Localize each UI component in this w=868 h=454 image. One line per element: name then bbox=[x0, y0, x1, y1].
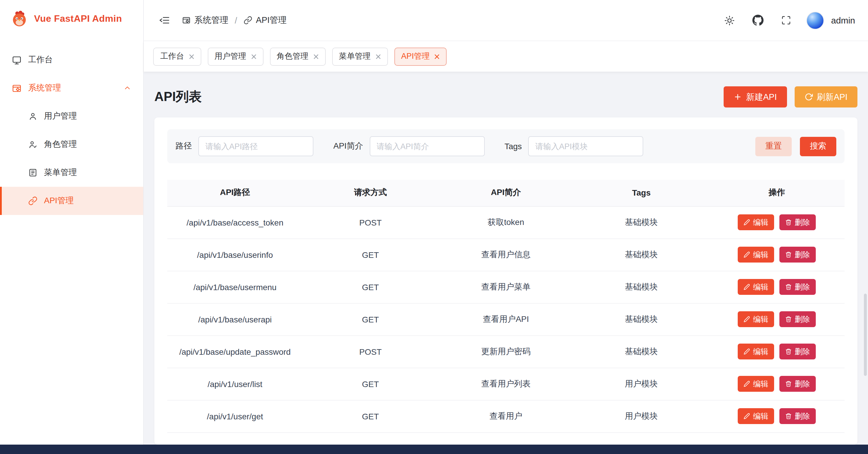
user-icon bbox=[28, 112, 37, 121]
role-icon bbox=[28, 140, 37, 149]
trash-icon bbox=[785, 219, 792, 226]
tags-filter-input[interactable] bbox=[528, 136, 643, 156]
trash-icon bbox=[785, 251, 792, 258]
edit-button[interactable]: 编辑 bbox=[738, 376, 774, 392]
cell-tags: 用户模块 bbox=[574, 400, 709, 432]
row-actions: 编辑 删除 bbox=[709, 344, 844, 360]
pencil-icon bbox=[744, 251, 750, 258]
page-title: API列表 bbox=[154, 88, 202, 106]
cell-path: /api/v1/base/userinfo bbox=[167, 238, 303, 271]
sidebar-item-api[interactable]: API管理 bbox=[0, 187, 143, 215]
tab-label: 工作台 bbox=[160, 51, 184, 62]
trash-icon bbox=[785, 380, 792, 387]
cell-path: /api/v1/base/access_token bbox=[167, 206, 303, 238]
tab-label: API管理 bbox=[401, 51, 430, 62]
search-label: 搜索 bbox=[810, 141, 826, 151]
system-gear-icon bbox=[12, 83, 22, 93]
delete-label: 删除 bbox=[795, 249, 810, 260]
cell-summary: 更新用户密码 bbox=[438, 335, 574, 368]
tab-label: 菜单管理 bbox=[339, 51, 371, 62]
create-api-button[interactable]: 新建API bbox=[724, 86, 787, 108]
delete-button[interactable]: 删除 bbox=[779, 311, 816, 327]
logo-text: Vue FastAPI Admin bbox=[34, 13, 122, 24]
collapse-sidebar-button[interactable] bbox=[157, 12, 173, 28]
api-link-icon bbox=[244, 16, 252, 25]
breadcrumb-separator: / bbox=[235, 16, 237, 25]
sidebar-item-label: 系统管理 bbox=[28, 83, 61, 93]
sidebar-item-users[interactable]: 用户管理 bbox=[0, 102, 143, 131]
cell-tags: 基础模块 bbox=[574, 238, 709, 271]
edit-button[interactable]: 编辑 bbox=[738, 215, 774, 230]
tab-roles[interactable]: 角色管理 bbox=[270, 47, 326, 65]
pencil-icon bbox=[744, 348, 750, 355]
breadcrumb-item-system[interactable]: 系统管理 bbox=[182, 15, 228, 26]
edit-label: 编辑 bbox=[753, 282, 768, 292]
cell-summary: 获取token bbox=[438, 206, 574, 238]
cell-method: GET bbox=[303, 400, 438, 432]
chick-logo-icon bbox=[10, 10, 28, 28]
github-button[interactable] bbox=[750, 12, 766, 28]
api-link-icon bbox=[28, 196, 37, 205]
refresh-api-button[interactable]: 刷新API bbox=[794, 86, 858, 108]
delete-button[interactable]: 删除 bbox=[779, 344, 816, 360]
tab-close-icon[interactable] bbox=[251, 54, 256, 59]
tab-close-icon[interactable] bbox=[313, 54, 318, 59]
column-header-path: API路径 bbox=[167, 180, 303, 206]
tab-menus[interactable]: 菜单管理 bbox=[332, 47, 388, 65]
chevron-up-icon bbox=[123, 84, 131, 92]
summary-filter-input[interactable] bbox=[369, 136, 485, 156]
edit-button[interactable]: 编辑 bbox=[738, 279, 774, 295]
breadcrumb-item-api[interactable]: API管理 bbox=[244, 15, 287, 26]
sidebar-item-system[interactable]: 系统管理 bbox=[0, 74, 143, 102]
pencil-icon bbox=[744, 316, 750, 322]
table-row: /api/v1/base/userapi GET 查看用户API 基础模块 编辑… bbox=[167, 303, 844, 335]
sidebar-item-label: 用户管理 bbox=[44, 111, 77, 121]
tags-filter-label: Tags bbox=[504, 142, 522, 151]
sidebar-item-workbench[interactable]: 工作台 bbox=[0, 46, 143, 74]
search-button[interactable]: 搜索 bbox=[800, 137, 836, 156]
breadcrumb-label: API管理 bbox=[256, 15, 287, 26]
cell-summary: 查看用户API bbox=[438, 303, 574, 335]
tab-close-icon[interactable] bbox=[189, 54, 194, 59]
tab-close-icon[interactable] bbox=[435, 54, 440, 59]
scrollbar[interactable] bbox=[864, 294, 867, 376]
edit-button[interactable]: 编辑 bbox=[738, 247, 774, 262]
edit-label: 编辑 bbox=[753, 217, 768, 228]
delete-label: 删除 bbox=[795, 346, 810, 357]
page-header: API列表 新建API 刷新API bbox=[154, 83, 858, 110]
tab-users[interactable]: 用户管理 bbox=[208, 47, 263, 65]
tab-api[interactable]: API管理 bbox=[394, 47, 447, 65]
pencil-icon bbox=[744, 219, 750, 226]
theme-toggle-button[interactable] bbox=[722, 12, 737, 28]
edit-button[interactable]: 编辑 bbox=[738, 344, 774, 360]
cell-method: GET bbox=[303, 271, 438, 303]
menu-list-icon bbox=[28, 168, 37, 177]
cell-path: /api/v1/base/userapi bbox=[167, 303, 303, 335]
reset-button[interactable]: 重置 bbox=[755, 137, 792, 156]
delete-button[interactable]: 删除 bbox=[779, 408, 816, 424]
delete-button[interactable]: 删除 bbox=[779, 215, 816, 230]
summary-filter-label: API简介 bbox=[333, 141, 363, 151]
sidebar-item-roles[interactable]: 角色管理 bbox=[0, 131, 143, 159]
reset-label: 重置 bbox=[765, 141, 782, 151]
sidebar-item-menus[interactable]: 菜单管理 bbox=[0, 159, 143, 187]
username[interactable]: admin bbox=[831, 15, 855, 25]
user-avatar[interactable] bbox=[806, 11, 824, 29]
tab-close-icon[interactable] bbox=[375, 54, 381, 59]
delete-button[interactable]: 删除 bbox=[779, 247, 816, 262]
delete-button[interactable]: 删除 bbox=[779, 279, 816, 295]
edit-button[interactable]: 编辑 bbox=[738, 408, 774, 424]
cell-method: POST bbox=[303, 335, 438, 368]
plus-icon bbox=[734, 93, 742, 101]
sun-icon bbox=[724, 15, 735, 26]
filter-group-tags: Tags bbox=[504, 136, 643, 156]
delete-button[interactable]: 删除 bbox=[779, 376, 816, 392]
edit-button[interactable]: 编辑 bbox=[738, 311, 774, 327]
table-row: /api/v1/user/get GET 查看用户 用户模块 编辑 删除 bbox=[167, 400, 844, 432]
sidebar-item-label: 角色管理 bbox=[44, 139, 77, 150]
fullscreen-button[interactable] bbox=[779, 13, 794, 28]
path-filter-input[interactable] bbox=[198, 136, 313, 156]
cell-method: GET bbox=[303, 368, 438, 400]
tab-workbench[interactable]: 工作台 bbox=[153, 47, 201, 65]
cell-path: /api/v1/base/update_password bbox=[167, 335, 303, 368]
